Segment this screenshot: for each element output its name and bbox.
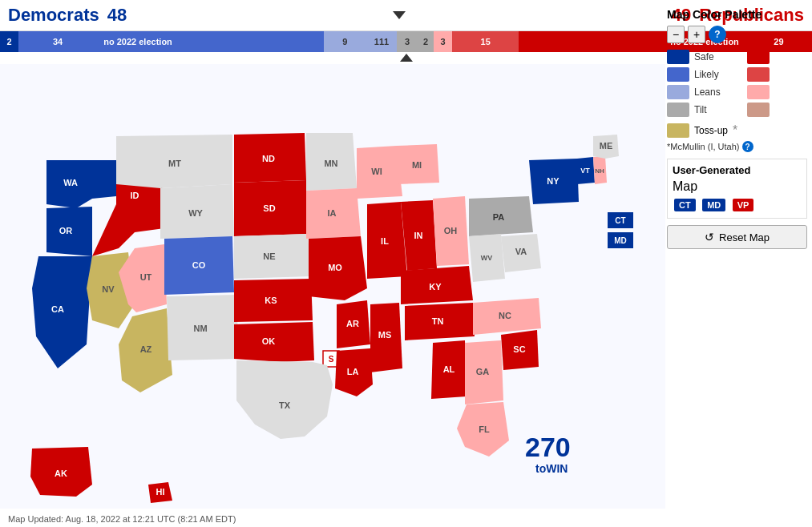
tossup-label: Toss-up — [694, 125, 728, 136]
user-gen-section: User-Generated Map CT MD VP — [667, 159, 807, 219]
svg-text:OR: OR — [59, 226, 73, 235]
svg-text:WI: WI — [371, 167, 382, 176]
sidebar: Map Color Palette − + ? Safe Likely Lean… — [667, 8, 807, 249]
svg-text:NV: NV — [102, 284, 115, 294]
seg-toss2: 2 — [418, 31, 434, 52]
seg-likely-r: 15 — [452, 31, 519, 52]
footer-text: Map Updated: Aug. 18, 2022 at 12:21 UTC … — [8, 514, 236, 524]
user-state-md[interactable]: MD — [702, 199, 725, 211]
legend-rep-leans-swatch — [747, 85, 770, 99]
tossup-asterisk: * — [733, 123, 737, 138]
legend-safe-label: Safe — [694, 51, 742, 62]
svg-text:MI: MI — [412, 160, 422, 170]
logo-270: 270 — [525, 432, 571, 462]
legend-dem-leans-swatch — [667, 85, 689, 99]
svg-text:MN: MN — [324, 159, 337, 168]
svg-text:ID: ID — [131, 191, 139, 200]
footer: Map Updated: Aug. 18, 2022 at 12:21 UTC … — [8, 514, 236, 524]
seg-no2022-d: no 2022 election — [97, 31, 324, 52]
legend-likely-label: Likely — [694, 69, 742, 80]
user-states-container: CT MD VP — [673, 197, 802, 213]
svg-text:IN: IN — [414, 231, 423, 240]
svg-text:SC: SC — [513, 344, 525, 354]
seg-leans-r: 3 — [434, 31, 452, 52]
mcmullin-help-button[interactable]: ? — [742, 141, 753, 152]
svg-text:HI: HI — [156, 487, 165, 497]
svg-text:NH: NH — [595, 167, 604, 175]
user-state-ct[interactable]: CT — [674, 199, 696, 211]
svg-text:CA: CA — [51, 304, 64, 314]
svg-text:FL: FL — [479, 424, 490, 434]
dem-label: Democrats — [8, 5, 99, 26]
header-center — [390, 11, 409, 19]
svg-text:VT: VT — [580, 167, 590, 175]
svg-text:CT: CT — [615, 216, 625, 225]
svg-text:IA: IA — [328, 208, 337, 218]
reset-icon: ↺ — [705, 231, 714, 243]
svg-text:TN: TN — [432, 316, 444, 326]
seg-leans-d: 111 — [366, 31, 397, 52]
seg-toss1: 3 — [397, 31, 418, 52]
seg-safe-d: 2 — [0, 31, 18, 52]
svg-text:CO: CO — [192, 260, 206, 270]
legend-rep-safe-swatch — [747, 50, 770, 64]
dem-count: 48 — [107, 5, 127, 26]
svg-text:ND: ND — [262, 154, 275, 163]
tossup-row: Toss-up * — [667, 123, 807, 138]
svg-text:NM: NM — [193, 324, 207, 333]
svg-text:ME: ME — [600, 141, 613, 151]
user-gen-subtitle: Map — [673, 179, 802, 194]
svg-text:VA: VA — [515, 247, 527, 256]
svg-text:KY: KY — [429, 282, 442, 292]
legend-dem-tilt-swatch — [667, 103, 689, 117]
svg-text:WA: WA — [63, 178, 78, 187]
legend-grid: Safe Likely Leans Tilt — [667, 50, 807, 117]
svg-text:WY: WY — [188, 208, 203, 218]
svg-text:NC: NC — [499, 311, 511, 320]
svg-text:UT: UT — [140, 272, 152, 282]
svg-text:MO: MO — [328, 263, 342, 272]
palette-help-button[interactable]: ? — [709, 26, 726, 43]
svg-text:AR: AR — [346, 319, 359, 328]
svg-text:AK: AK — [55, 469, 67, 478]
legend-dem-safe-swatch — [667, 50, 689, 64]
user-gen-title: User-Generated — [673, 164, 802, 176]
svg-text:SD: SD — [263, 203, 275, 213]
svg-text:OH: OH — [444, 226, 458, 235]
reset-label: Reset Map — [719, 231, 770, 243]
legend-rep-likely-swatch — [747, 67, 770, 82]
svg-text:PA: PA — [493, 212, 505, 222]
legend-rep-tilt-swatch — [747, 103, 770, 117]
legend-dem-likely-swatch — [667, 67, 689, 82]
user-state-vp[interactable]: VP — [733, 199, 754, 211]
svg-text:MD: MD — [614, 236, 627, 245]
svg-text:WV: WV — [481, 254, 493, 262]
palette-controls: − + ? — [667, 26, 807, 43]
svg-text:NY: NY — [547, 176, 560, 186]
main-container: Democrats 48 49 Republicans 2 34 no 2022… — [0, 0, 812, 527]
svg-text:IL: IL — [381, 236, 389, 246]
palette-plus-button[interactable]: + — [688, 26, 705, 43]
down-arrow-icon — [393, 11, 406, 19]
svg-text:TX: TX — [279, 400, 291, 410]
svg-text:AL: AL — [443, 364, 455, 374]
legend-leans-label: Leans — [694, 86, 742, 98]
svg-text:AZ: AZ — [140, 344, 152, 354]
svg-text:S: S — [329, 355, 334, 364]
svg-text:MT: MT — [168, 159, 181, 168]
svg-text:KS: KS — [265, 296, 277, 305]
tossup-swatch — [667, 123, 689, 138]
up-arrow-icon — [400, 54, 413, 62]
svg-text:MS: MS — [378, 330, 392, 340]
mcmullin-label: *McMullin (I, Utah) — [667, 142, 739, 151]
svg-text:GA: GA — [476, 367, 490, 376]
mcmullin-row: *McMullin (I, Utah) ? — [667, 141, 807, 152]
legend-tilt-label: Tilt — [694, 104, 742, 115]
sidebar-title: Map Color Palette — [667, 8, 807, 21]
palette-minus-button[interactable]: − — [667, 26, 685, 43]
seg-likely-d: 9 — [324, 31, 366, 52]
reset-map-button[interactable]: ↺ Reset Map — [667, 225, 807, 249]
svg-text:NE: NE — [263, 251, 275, 261]
seg-count-34: 34 — [18, 31, 97, 52]
svg-text:LA: LA — [347, 367, 359, 376]
